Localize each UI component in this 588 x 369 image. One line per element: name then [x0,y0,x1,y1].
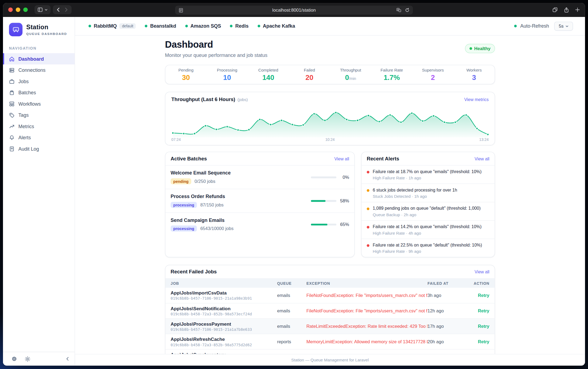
alert-severity-dot [367,171,369,173]
sidebar-item-connections[interactable]: Connections [3,64,75,76]
retry-button[interactable]: Retry [463,308,490,313]
alerts-view-all-link[interactable]: View all [475,156,490,161]
job-exception: FileNotFoundException: File "imports/use… [306,293,428,298]
failed-job-row[interactable]: App\Jobs\SendNotification019c6b8b-b458-7… [165,303,495,319]
progress-percent: 58% [340,198,349,203]
auto-refresh-label: Auto-Refresh [520,23,549,29]
table-header: JOB QUEUE EXCEPTION FAILED AT ACTION [165,279,495,288]
alert-row[interactable]: Failure rate at 14.2% on queue "emails" … [362,220,495,239]
batch-name: Process Order Refunds [171,194,225,199]
history-nav-group [53,5,72,14]
tab-overview-icon[interactable] [552,7,558,12]
traffic-lights [8,8,28,12]
batch-row[interactable]: Send Campaign Emails processing 6543/100… [165,212,354,236]
alerts-title: Recent Alerts [367,156,399,161]
sidebar-item-label: Workflows [18,101,41,107]
failed-job-row[interactable]: App\Jobs\SyncInventory019c6b8b-b457-7106… [165,349,495,354]
sidebar: Station QUEUE DASHBOARD NAVIGATION Dashb… [3,17,75,365]
refresh-interval-select[interactable]: 5s [554,22,573,31]
connection-name: Redis [235,23,249,29]
briefcase-icon [9,79,15,84]
job-class: App\Jobs\RefreshCache [171,336,277,342]
stat-value: 3 [453,73,495,81]
status-dot [185,25,188,27]
sidebar-toggle-button[interactable] [34,5,50,14]
job-class: App\Jobs\ProcessPayment [171,321,277,326]
connection-beanstalkd[interactable]: Beanstalkd [145,23,176,29]
url-bar[interactable]: localhost:8001/station [175,6,413,15]
failed-job-row[interactable]: App\Jobs\ImportCsvData019c6b8b-b457-7106… [165,288,495,303]
view-metrics-link[interactable]: View metrics [464,97,489,102]
job-uuid: 019c6b8b-b458-72a3-852b-98a573ecf24d [171,312,277,316]
alert-severity-dot [367,226,369,229]
alert-row[interactable]: Failure rate at 18.7% on queue "emails" … [362,166,495,183]
batches-view-all-link[interactable]: View all [334,156,349,161]
batch-row[interactable]: Process Order Refunds processing 87/150 … [165,189,354,212]
job-uuid: 019c6b8b-b457-7106-9015-21a1a98e3b91 [171,296,277,300]
stat-value: 140 [248,73,289,81]
close-window-button[interactable] [8,8,13,12]
box-icon [9,90,15,95]
desktop: localhost:8001/station [0,0,588,369]
sidebar-item-alerts[interactable]: Alerts [3,132,75,143]
retry-button[interactable]: Retry [463,339,490,344]
sidebar-item-dashboard[interactable]: Dashboard [3,53,75,64]
stat-cell: Throughput0/min [330,68,371,82]
retry-button[interactable]: Retry [463,324,490,329]
sidebar-item-audit-log[interactable]: Audit Log [3,143,75,154]
connection-redis[interactable]: Redis [230,23,248,29]
job-queue: emails [277,293,306,298]
sidebar-item-label: Metrics [18,124,34,129]
stat-value: 10 [206,73,248,81]
theme-sun-icon[interactable] [25,356,30,362]
alert-title: 1,089 pending jobs on queue "default" (t… [373,206,481,211]
sidebar-item-batches[interactable]: Batches [3,87,75,98]
failed-job-row[interactable]: App\Jobs\RefreshCache019c6b8b-b458-72a3-… [165,334,495,349]
chart-title: Throughput (Last 6 Hours) [171,97,235,102]
chevron-down-icon [45,8,48,11]
toolbar-right-group [552,7,580,13]
settings-gear-icon[interactable] [11,356,17,362]
collapse-sidebar-icon[interactable] [66,357,69,361]
alert-meta: Queue Backup · 2h ago [373,212,481,217]
workflow-icon [9,101,15,107]
zoom-window-button[interactable] [23,8,28,12]
alert-row[interactable]: 6 stuck jobs detected processing for ove… [362,184,495,202]
stat-label: Failed [289,68,330,72]
alert-row[interactable]: 1,089 pending jobs on queue "default" (t… [362,202,495,220]
sidebar-item-jobs[interactable]: Jobs [3,76,75,87]
connection-apache-kafka[interactable]: Apache Kafka [258,23,295,29]
connection-name: Apache Kafka [263,23,295,29]
status-dot [145,25,148,27]
connection-rabbitmq[interactable]: RabbitMQ default [88,23,136,29]
new-tab-icon[interactable] [575,8,580,12]
connection-amazon-sqs[interactable]: Amazon SQS [185,23,221,29]
job-uuid: 019c6b8b-b457-7106-9015-21a1a7b8e633 [171,327,277,331]
default-badge: default [119,23,136,29]
sidebar-item-tags[interactable]: Tags [3,109,75,121]
batch-row[interactable]: Welcome Email Sequence pending 0/250 job… [165,166,354,189]
sidebar-item-label: Tags [18,112,29,118]
alert-row[interactable]: Failure rate at 22.5% on queue "default"… [362,239,495,257]
browser-window: localhost:8001/station [3,3,585,365]
job-failed-at: 17h ago [427,324,463,329]
failed-job-row[interactable]: App\Jobs\ProcessPayment019c6b8b-b457-710… [165,318,495,334]
stat-cell: Supervisors2 [412,68,453,82]
alert-meta: Stuck Jobs Detected · 1h ago [373,194,457,199]
back-button[interactable] [57,8,60,12]
stat-cell: Pending30 [165,68,207,82]
forward-button[interactable] [65,8,68,12]
share-icon[interactable] [564,7,569,13]
stat-label: Failure Rate [371,68,412,72]
stat-suffix: /min [349,76,356,80]
batch-status-badge: processing [171,225,197,231]
batch-jobs-count: 0/250 jobs [194,179,215,184]
toolbar-left-group [34,5,72,14]
home-icon [9,56,15,62]
connection-name: Amazon SQS [190,23,221,29]
sidebar-item-metrics[interactable]: Metrics [3,121,75,132]
minimize-window-button[interactable] [16,8,20,12]
retry-button[interactable]: Retry [463,293,490,298]
failed-jobs-view-all-link[interactable]: View all [475,270,490,274]
sidebar-item-workflows[interactable]: Workflows [3,98,75,109]
